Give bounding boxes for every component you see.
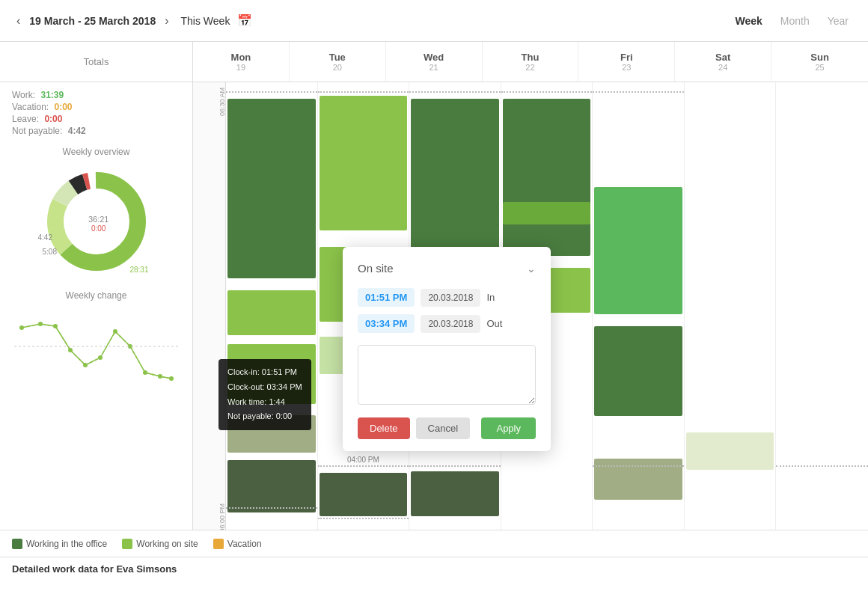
entry2-date-chip[interactable]: 20.03.2018: [421, 315, 480, 333]
date-thu: 22: [525, 63, 534, 72]
day-sun: Sun: [810, 52, 829, 63]
svg-point-15: [169, 376, 174, 381]
date-range: 19 March - 25 March 2018: [29, 15, 156, 27]
totals-notpayable-row: Not payable: 4:42: [12, 126, 180, 136]
this-week-label: This Week: [181, 15, 230, 27]
donut-label-508: 5:08: [43, 248, 57, 256]
time-label-630am: 06:30 AM: [218, 88, 226, 116]
col-header-tue: Tue 20: [290, 42, 386, 82]
cal-col-mon[interactable]: Clock-in: 01:51 PM Clock-out: 03:34 PM W…: [226, 82, 318, 530]
entry2-time-chip[interactable]: 03:34 PM: [358, 314, 415, 333]
day-tue: Tue: [329, 52, 346, 63]
col-header-mon: Mon 19: [193, 42, 290, 82]
entry-modal: On site ⌄ 01:51 PM 20.03.2018 In 03:34 P…: [343, 247, 551, 451]
weekly-change-title: Weekly change: [12, 290, 180, 301]
date-wed: 21: [430, 63, 438, 72]
col-header-fri: Fri 23: [578, 42, 675, 82]
block-thu-3[interactable]: [503, 202, 591, 224]
block-tue-4[interactable]: [320, 473, 408, 516]
modal-entry-row-1: 01:51 PM 20.03.2018 In: [358, 288, 536, 307]
delete-button[interactable]: Delete: [358, 417, 410, 439]
svg-point-6: [38, 322, 43, 326]
svg-point-7: [53, 324, 58, 328]
date-sat: 24: [718, 63, 727, 72]
day-thu: Thu: [522, 52, 540, 63]
view-switcher: Week Month Year: [727, 12, 856, 30]
block-mon-5[interactable]: [227, 460, 316, 512]
day-mon: Mon: [231, 52, 251, 63]
entry1-date-chip[interactable]: 20.03.2018: [421, 289, 480, 307]
footer-bar: Detailed work data for Eva Simsons: [0, 557, 868, 581]
tooltip-box: Clock-in: 01:51 PM Clock-out: 03:34 PM W…: [218, 359, 311, 430]
block-tue-1[interactable]: [320, 96, 408, 230]
day-sat: Sat: [715, 52, 730, 63]
week-view-button[interactable]: Week: [727, 12, 769, 30]
svg-point-8: [68, 348, 73, 352]
year-view-button[interactable]: Year: [820, 12, 856, 30]
entry1-type-label: In: [486, 292, 495, 303]
legend-site-dot: [122, 539, 132, 549]
cancel-button[interactable]: Cancel: [416, 417, 470, 439]
block-fri-2[interactable]: [594, 326, 682, 416]
block-wed-3[interactable]: [411, 471, 499, 516]
svg-point-10: [98, 355, 103, 360]
date-tue: 20: [333, 63, 342, 72]
modal-type-row: On site ⌄: [358, 262, 536, 275]
time-label-600pm: 06:00 PM: [218, 504, 226, 530]
block-wed-1[interactable]: [411, 99, 499, 248]
cal-col-sat[interactable]: [685, 82, 777, 530]
block-sat-1[interactable]: [686, 432, 774, 470]
legend-site-label: Working on site: [136, 539, 198, 549]
legend-office: Working in the office: [12, 539, 107, 549]
prev-week-button[interactable]: ‹: [12, 11, 25, 31]
tooltip-clockin: Clock-in: 01:51 PM: [227, 365, 302, 380]
legend-vacation-dot: [213, 539, 224, 549]
work-value: 31:39: [40, 90, 64, 100]
legend-office-dot: [12, 539, 22, 549]
col-header-sun: Sun 25: [771, 42, 868, 82]
entry2-type-label: Out: [486, 318, 502, 329]
svg-point-14: [158, 374, 162, 379]
next-week-button[interactable]: ›: [160, 11, 173, 31]
modal-chevron-icon[interactable]: ⌄: [527, 263, 536, 275]
legend-vacation-label: Vacation: [227, 539, 262, 549]
day-fri: Fri: [620, 52, 633, 63]
date-fri: 23: [622, 63, 631, 72]
not-payable-value: 4:42: [68, 126, 86, 136]
modal-type-label: On site: [358, 262, 527, 275]
modal-entry-row-2: 03:34 PM 20.03.2018 Out: [358, 314, 536, 333]
vacation-value: 0:00: [55, 102, 73, 112]
tooltip-worktime: Work time: 1:44: [227, 395, 302, 410]
cal-col-fri[interactable]: [593, 82, 685, 530]
block-thu-1[interactable]: [503, 99, 591, 256]
totals-title: Totals: [84, 56, 109, 67]
time-labels-col: 06:30 AM 06:00 PM: [193, 82, 226, 530]
sparkline-chart: [14, 305, 179, 388]
block-mon-2[interactable]: [227, 290, 316, 335]
month-view-button[interactable]: Month: [773, 12, 817, 30]
leave-value: 0:00: [44, 114, 62, 124]
sidebar: Work: 31:39 Vacation: 0:00 Leave: 0:00 N…: [0, 82, 193, 530]
entry1-time-chip[interactable]: 01:51 PM: [358, 288, 415, 307]
modal-actions: Delete Cancel Apply: [358, 417, 536, 439]
totals-vacation-row: Vacation: 0:00: [12, 102, 180, 112]
calendar-grid: 06:30 AM 06:00 PM Clock-in: 01:51 PM Clo…: [193, 82, 868, 530]
block-mon-1[interactable]: [227, 99, 316, 278]
legend-site: Working on site: [122, 539, 198, 549]
col-header-sat: Sat 24: [675, 42, 771, 82]
donut-label-2831: 28:31: [129, 266, 148, 274]
modal-notes-textarea[interactable]: [358, 345, 536, 405]
totals-header: Totals: [0, 42, 193, 82]
col-header-thu: Thu 22: [483, 42, 579, 82]
donut-label-3621: 36:21 0:00: [88, 215, 109, 233]
apply-button[interactable]: Apply: [481, 417, 536, 439]
cal-col-sun[interactable]: [776, 82, 868, 530]
svg-point-9: [83, 363, 88, 367]
svg-point-11: [113, 329, 117, 334]
block-fri-1[interactable]: [594, 187, 682, 314]
legend-office-label: Working in the office: [26, 539, 107, 549]
time-marker-400pm: 04:00 PM: [318, 456, 409, 464]
donut-label-542: 4:42: [38, 233, 52, 242]
col-header-wed: Wed 21: [386, 42, 483, 82]
calendar-icon[interactable]: 📅: [237, 13, 252, 28]
